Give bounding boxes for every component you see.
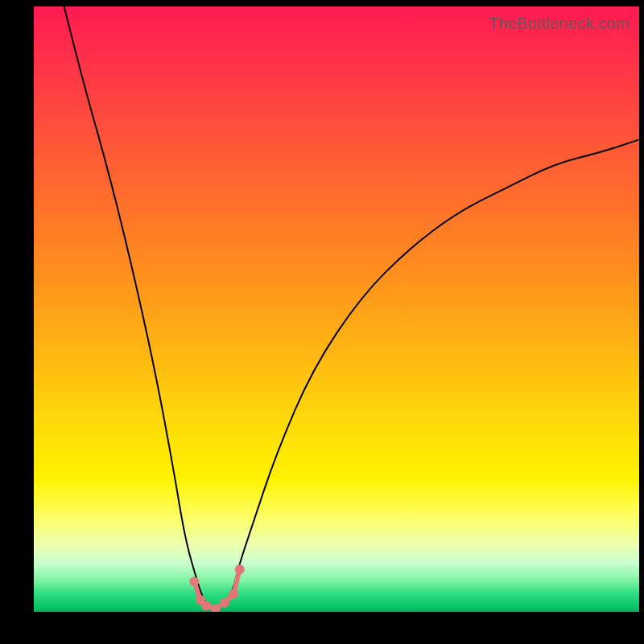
trough-marker-dot — [220, 598, 229, 608]
trough-marker-dot — [201, 601, 211, 610]
curve-layer — [34, 6, 639, 612]
chart-frame: TheBottleneck.com — [0, 0, 644, 644]
trough-marker-dot — [229, 588, 238, 598]
trough-marker-dot — [189, 576, 199, 586]
plot-area: TheBottleneck.com — [34, 6, 639, 612]
trough-marker-dot — [235, 564, 245, 574]
bottleneck-curve — [64, 6, 639, 609]
